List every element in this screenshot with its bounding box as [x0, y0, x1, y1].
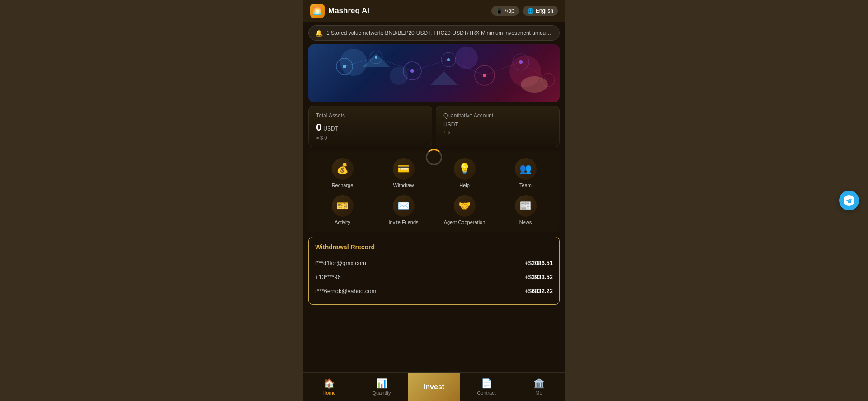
withdraw-label: Withdraw: [393, 182, 414, 188]
quantify-icon: 📊: [376, 378, 387, 389]
loading-overlay: [426, 149, 442, 165]
app-title: Mashreq AI: [328, 6, 369, 15]
assets-row: Total Assets 0 USDT ≈ $ 0 Quantitative A…: [308, 106, 560, 147]
account-3: r***6emqk@yahoo.com: [315, 288, 376, 294]
svg-point-18: [519, 60, 523, 64]
globe-icon: 🌐: [527, 8, 534, 14]
quant-account-card: Quantitative Account USDT ≈ $: [436, 106, 560, 147]
nav-quantify[interactable]: 📊 Quantify: [355, 373, 408, 401]
phone-icon: 📱: [496, 8, 503, 14]
action-news[interactable]: 📰 News: [495, 195, 556, 225]
total-amount-unit: USDT: [323, 126, 338, 132]
contract-label: Contract: [477, 390, 496, 396]
action-invite[interactable]: ✉️ Invite Friends: [373, 195, 434, 225]
team-label: Team: [519, 182, 532, 188]
home-icon: 🏠: [324, 378, 335, 389]
amount-2: +$3933.52: [525, 274, 553, 280]
total-amount-row: 0 USDT: [316, 121, 425, 133]
total-assets-label: Total Assets: [316, 112, 425, 119]
withdraw-icon: 💳: [393, 158, 415, 180]
action-activity[interactable]: 🎫 Activity: [312, 195, 373, 225]
help-icon: 💡: [454, 158, 476, 180]
table-row: +13****96 +$3933.52: [315, 270, 553, 284]
withdrawal-section: Withdrawal Rrecord l***d1lor@gmx.com +$2…: [308, 237, 560, 305]
actions-grid: 💰 Recharge 💳 Withdraw 💡 Help 👥 Team 🎫 Ac…: [312, 158, 556, 225]
account-1: l***d1lor@gmx.com: [315, 260, 366, 266]
bottom-nav: 🏠 Home 📊 Quantify Invest 📄 Contract 🏛️ M…: [303, 372, 565, 401]
total-assets-card: Total Assets 0 USDT ≈ $ 0: [308, 106, 432, 147]
svg-line-10: [448, 60, 485, 75]
svg-point-15: [410, 69, 414, 73]
nav-me[interactable]: 🏛️ Me: [513, 373, 565, 401]
phone-wrapper: 🌅 Mashreq AI 📱 App 🌐 English 🔔 1.Stored …: [303, 0, 565, 401]
quant-amount-row: USDT: [443, 121, 552, 128]
recharge-icon: 💰: [332, 158, 354, 180]
nav-home[interactable]: 🏠 Home: [303, 373, 355, 401]
total-usd-value: ≈ $ 0: [316, 135, 425, 140]
account-2: +13****96: [315, 274, 341, 280]
total-amount-value: 0: [316, 121, 321, 133]
app-button[interactable]: 📱 App: [491, 6, 519, 16]
activity-label: Activity: [335, 219, 350, 225]
quant-usd-value: ≈ $: [443, 130, 552, 135]
banner-hexagons: [308, 44, 560, 102]
quant-amount-unit: USDT: [443, 121, 458, 128]
svg-point-19: [521, 76, 548, 93]
telegram-icon: [844, 195, 854, 206]
agent-label: Agent Cooperation: [444, 219, 486, 225]
nav-invest[interactable]: Invest: [408, 373, 460, 401]
language-button[interactable]: 🌐 English: [523, 6, 558, 16]
amount-3: +$6832.22: [525, 288, 553, 294]
invest-label: Invest: [424, 383, 444, 391]
logo-icon: 🌅: [310, 4, 325, 18]
quant-account-label: Quantitative Account: [443, 112, 552, 119]
notice-text: 1.Stored value network: BNB/BEP20-USDT, …: [326, 30, 553, 36]
action-agent[interactable]: 🤝 Agent Cooperation: [434, 195, 495, 225]
amount-1: +$2086.51: [525, 260, 553, 266]
table-row: r***6emqk@yahoo.com +$6832.22: [315, 284, 553, 298]
telegram-fab[interactable]: [839, 191, 859, 210]
nav-contract[interactable]: 📄 Contract: [460, 373, 513, 401]
svg-point-14: [375, 56, 377, 59]
action-help[interactable]: 💡 Help: [434, 158, 495, 188]
recharge-label: Recharge: [332, 182, 354, 188]
agent-icon: 🤝: [454, 195, 476, 217]
svg-line-11: [485, 62, 521, 75]
svg-line-9: [412, 60, 448, 71]
me-icon: 🏛️: [533, 378, 545, 389]
bell-icon: 🔔: [315, 29, 323, 37]
me-label: Me: [535, 390, 542, 396]
banner: [308, 44, 560, 102]
news-icon: 📰: [515, 195, 537, 217]
loading-spinner: [426, 149, 442, 165]
team-icon: 👥: [515, 158, 537, 180]
invite-icon: ✉️: [393, 195, 415, 217]
action-team[interactable]: 👥 Team: [495, 158, 556, 188]
table-row: l***d1lor@gmx.com +$2086.51: [315, 256, 553, 270]
svg-line-8: [376, 57, 412, 71]
home-label: Home: [322, 390, 335, 396]
activity-icon: 🎫: [332, 195, 354, 217]
header: 🌅 Mashreq AI 📱 App 🌐 English: [303, 0, 565, 22]
action-recharge[interactable]: 💰 Recharge: [312, 158, 373, 188]
invite-label: Invite Friends: [388, 219, 418, 225]
news-label: News: [519, 219, 532, 225]
contract-icon: 📄: [481, 378, 492, 389]
svg-point-16: [447, 58, 450, 61]
action-withdraw[interactable]: 💳 Withdraw: [373, 158, 434, 188]
header-actions: 📱 App 🌐 English: [491, 6, 558, 16]
notice-bar: 🔔 1.Stored value network: BNB/BEP20-USDT…: [308, 25, 560, 41]
header-logo: 🌅 Mashreq AI: [310, 4, 369, 18]
svg-point-17: [483, 74, 486, 77]
withdrawal-title: Withdrawal Rrecord: [315, 243, 553, 251]
quantify-label: Quantify: [373, 390, 391, 396]
svg-point-13: [343, 65, 346, 68]
help-label: Help: [459, 182, 470, 188]
